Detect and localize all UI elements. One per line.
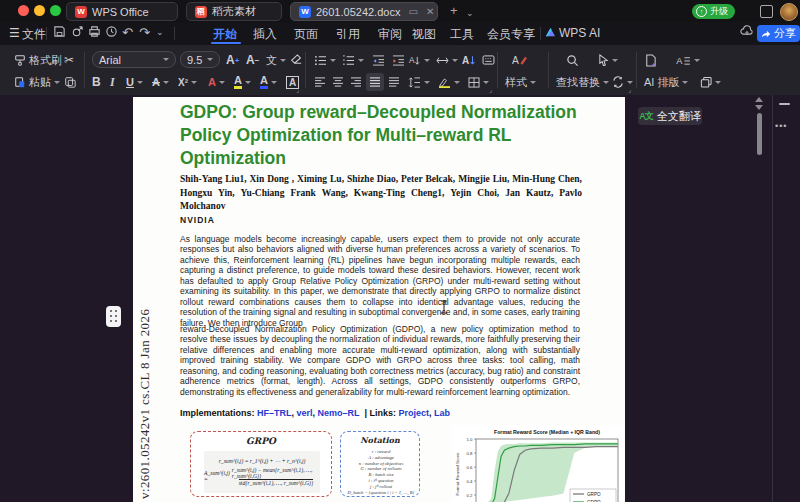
menu-tools[interactable]: 工具 — [450, 26, 474, 43]
redo-icon[interactable]: ↷ — [139, 25, 150, 40]
share-button[interactable]: 分享 — [757, 25, 800, 42]
format-painter-button[interactable]: 格式刷 — [14, 51, 62, 69]
cloud-upload-icon[interactable] — [740, 25, 754, 38]
line-spacing-button[interactable] — [408, 73, 430, 91]
align-distribute-icon[interactable] — [388, 73, 400, 91]
font-group-launcher-icon[interactable]: ⌟ — [296, 86, 299, 94]
font-size-select[interactable]: 9.5 — [180, 51, 220, 68]
menu-page[interactable]: 页面 — [294, 26, 318, 43]
select-cursor-button[interactable] — [598, 51, 618, 69]
highlight-color-button[interactable]: A — [234, 73, 251, 91]
export-icon[interactable] — [71, 25, 84, 38]
shading-button[interactable] — [438, 73, 460, 91]
new-tab-button[interactable]: + — [450, 3, 458, 19]
avatar[interactable] — [780, 3, 798, 21]
full-text-translate-button[interactable]: A文 全文翻译 — [638, 107, 702, 125]
menu-insert[interactable]: 插入 — [253, 26, 277, 43]
scroll-down-icon[interactable] — [755, 105, 763, 110]
share-icon — [761, 29, 771, 39]
hidden-marks-icon[interactable] — [482, 51, 495, 69]
drag-handle[interactable] — [106, 306, 121, 327]
copy-icon[interactable] — [64, 73, 76, 91]
strikethrough-button[interactable]: A — [152, 73, 169, 91]
text-tool-button[interactable]: A — [676, 51, 700, 69]
impl-link-nemorl[interactable]: Nemo–RL — [318, 408, 360, 418]
arxiv-margin-note: v:2601.05242v1 cs.CL 8 Jan 2026 — [137, 309, 153, 499]
tab-list-chevron-icon[interactable]: ⌄ — [466, 5, 474, 21]
shrink-font-button[interactable]: A− — [246, 51, 259, 69]
print-icon[interactable] — [88, 25, 101, 38]
numbered-list-button[interactable] — [342, 51, 364, 69]
underline-button[interactable]: U — [126, 73, 143, 91]
align-justify-icon[interactable] — [366, 73, 384, 91]
text-effects-button[interactable]: 文 — [266, 51, 286, 69]
translate-tool-icon — [612, 76, 624, 88]
char-scale-icon — [436, 56, 449, 65]
link-lab[interactable]: Lab — [434, 408, 450, 418]
impl-link-hftrl[interactable]: HF–TRL — [257, 408, 292, 418]
wordart-button[interactable]: A — [208, 73, 225, 91]
bullet-list-button[interactable] — [314, 51, 336, 69]
close-tab-icon[interactable]: ✕ — [426, 6, 434, 17]
history-chevron-icon[interactable]: ⌄ — [156, 27, 164, 37]
styles-button[interactable]: 样式 — [505, 73, 536, 91]
share-label: 分享 — [774, 26, 796, 41]
font-name-select[interactable]: Arial — [92, 51, 176, 68]
menu-home[interactable]: 开始 — [213, 26, 237, 43]
borders-table-button[interactable] — [468, 73, 489, 91]
find-replace-button[interactable]: 查找替换 — [556, 73, 609, 91]
upgrade-button[interactable]: ↑ 升级 — [692, 4, 735, 19]
undo-icon[interactable]: ↶ — [122, 25, 133, 40]
paragraph-group-launcher-icon[interactable]: ⌟ — [489, 86, 492, 94]
cut-icon[interactable]: ✂ — [64, 51, 74, 69]
font-color-button[interactable]: A — [260, 73, 277, 91]
scroll-up-icon[interactable] — [755, 97, 763, 102]
tab-document[interactable]: W 2601.05242.docx ▭ ✕ — [290, 2, 438, 21]
tab-wps-office[interactable]: W WPS Office — [66, 2, 178, 21]
minimize-traffic-light[interactable] — [34, 5, 45, 16]
text-direction-button[interactable]: A — [408, 51, 430, 69]
menu-reference[interactable]: 引用 — [336, 26, 360, 43]
file-menu[interactable]: 文件 — [22, 26, 46, 43]
window-restore-icon[interactable] — [760, 5, 773, 18]
link-project[interactable]: Project — [399, 408, 430, 418]
increase-indent-icon[interactable] — [392, 51, 405, 69]
svg-text:0.4: 0.4 — [467, 479, 474, 484]
italic-button[interactable]: I — [110, 73, 115, 91]
align-left-icon[interactable] — [314, 73, 326, 91]
superscript-button[interactable]: X² — [178, 73, 197, 91]
hamburger-icon[interactable]: ☰ — [9, 26, 20, 40]
grow-font-button[interactable]: A+ — [226, 51, 239, 69]
find-group-launcher-icon[interactable]: ⌟ — [628, 86, 631, 94]
menu-wps-ai[interactable]: WPS AI — [559, 26, 600, 40]
paste-button[interactable]: 粘贴 — [14, 73, 60, 91]
align-center-icon[interactable] — [332, 73, 344, 91]
search-icon[interactable] — [566, 51, 579, 69]
align-right-icon[interactable] — [350, 73, 362, 91]
menu-review[interactable]: 审阅 — [378, 26, 402, 43]
menu-view[interactable]: 视图 — [412, 26, 436, 43]
ai-layout-button[interactable]: AI 排版 — [644, 73, 688, 91]
close-traffic-light[interactable] — [18, 5, 29, 16]
tab-docer[interactable]: 稻 稻壳素材 — [186, 2, 282, 21]
decrease-indent-icon[interactable] — [372, 51, 385, 69]
more-options-icon[interactable]: ••• — [775, 121, 787, 131]
cloud-sync-icon[interactable] — [105, 25, 118, 38]
doc-assistant-icon[interactable] — [644, 51, 657, 69]
style-pen-icon[interactable]: A — [512, 51, 528, 69]
layers-button[interactable] — [700, 73, 721, 91]
bold-button[interactable]: B — [92, 73, 101, 91]
impl-link-verl[interactable]: verl — [297, 408, 313, 418]
vertical-scrollbar[interactable] — [757, 113, 762, 155]
grpo-formula-card: r_sum^(i,j) = r_1^(i,j) + ⋯ + r_n^(i,j) … — [204, 451, 320, 493]
fullscreen-traffic-light[interactable] — [50, 5, 61, 16]
collapse-pane-icon[interactable] — [779, 103, 790, 105]
separator: | — [364, 408, 367, 418]
grpo-figure-box: GRPO r_sum^(i,j) = r_1^(i,j) + ⋯ + r_n^(… — [190, 431, 332, 497]
paper-title: GDPO: Group reward–Decoupled Normalizati… — [180, 101, 588, 170]
char-scale-button[interactable] — [436, 51, 458, 69]
save-icon[interactable] — [53, 25, 66, 38]
menu-membership[interactable]: 会员专享 — [487, 26, 535, 43]
eraser-icon[interactable] — [290, 51, 303, 69]
sort-icon[interactable]: A — [462, 51, 476, 69]
